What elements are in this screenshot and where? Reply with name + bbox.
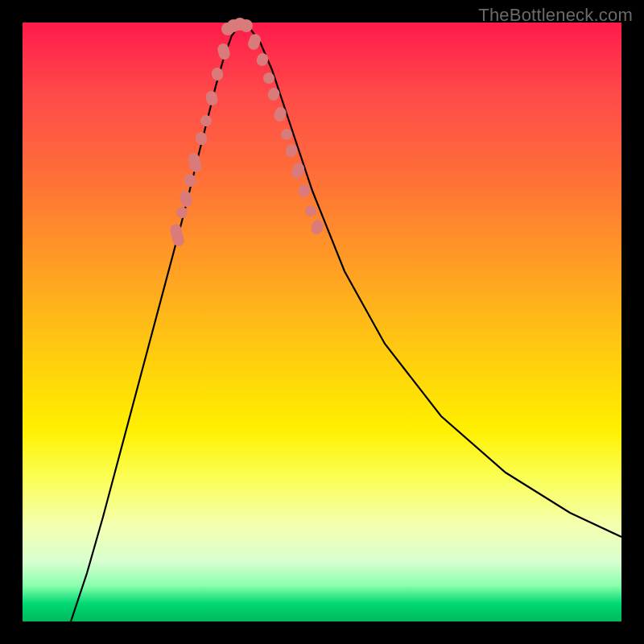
curve-marker <box>183 173 196 188</box>
curve-marker <box>179 190 193 208</box>
curve-marker <box>309 218 324 236</box>
curve-marker <box>246 32 262 52</box>
curve-marker <box>255 52 270 68</box>
curve-marker <box>240 19 253 32</box>
curve-marker <box>303 204 318 218</box>
curve-marker <box>210 67 224 82</box>
curve-marker <box>204 90 219 107</box>
curve-marker <box>297 183 312 199</box>
curve-marker <box>200 114 213 128</box>
bottleneck-curve <box>23 23 621 621</box>
curve-marker <box>175 206 189 220</box>
chart-plot-area <box>23 23 621 621</box>
curve-marker <box>194 131 208 147</box>
watermark-text: TheBottleneck.com <box>478 5 633 26</box>
curve-marker <box>187 152 202 174</box>
curve-marker <box>169 223 185 248</box>
